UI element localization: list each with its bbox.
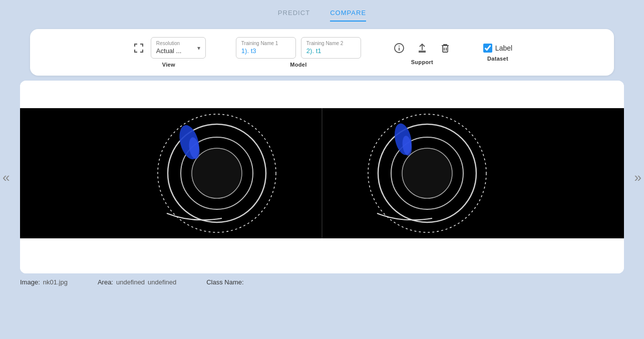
svg-rect-4 xyxy=(443,46,448,52)
chevron-down-icon: ▾ xyxy=(197,45,200,52)
image-container xyxy=(20,81,624,273)
training-name-1-field[interactable]: Training Name 1 1). t3 xyxy=(236,37,296,59)
status-bar: Image: nk01.jpg Area: undefined undefine… xyxy=(0,273,644,291)
comparison-image xyxy=(20,108,624,238)
info-button[interactable] xyxy=(391,40,407,56)
image-status: Image: nk01.jpg xyxy=(20,278,68,286)
delete-button[interactable] xyxy=(437,40,453,56)
view-section: Resolution Actual ... ▾ View xyxy=(132,37,206,68)
class-name-status: Class Name: xyxy=(206,278,243,286)
area-label: Area: xyxy=(98,278,113,286)
area-value-2: undefined xyxy=(148,278,176,286)
support-label: Support xyxy=(411,59,433,65)
upload-button[interactable] xyxy=(414,40,430,56)
training-name-2-field[interactable]: Training Name 2 2). t1 xyxy=(301,37,361,59)
training-name-1-label: Training Name 1 xyxy=(241,41,290,46)
tab-predict[interactable]: PREDICT xyxy=(278,9,310,22)
area-value-1: undefined xyxy=(116,278,145,286)
training-name-2-label: Training Name 2 xyxy=(306,41,356,46)
expand-icon[interactable] xyxy=(132,41,146,55)
image-display xyxy=(20,108,624,238)
view-controls: Resolution Actual ... ▾ xyxy=(132,37,206,59)
support-section: Support xyxy=(391,40,453,65)
label-control[interactable]: Label xyxy=(483,44,512,53)
image-bottom-padding xyxy=(20,238,624,273)
model-section: Training Name 1 1). t3 Training Name 2 2… xyxy=(236,37,361,68)
training-name-1-value: 1). t3 xyxy=(241,47,256,55)
view-label: View xyxy=(162,62,175,68)
image-outer-wrapper: « xyxy=(20,81,624,273)
prev-button[interactable]: « xyxy=(3,171,10,184)
toolbar-card: Resolution Actual ... ▾ View Training Na… xyxy=(30,29,614,76)
class-name-label: Class Name: xyxy=(206,278,243,286)
resolution-small-label: Resolution xyxy=(156,41,182,46)
tab-compare[interactable]: COMPARE xyxy=(330,9,366,22)
top-navigation: PREDICT COMPARE xyxy=(0,0,644,24)
image-top-padding xyxy=(20,81,624,108)
model-controls: Training Name 1 1). t3 Training Name 2 2… xyxy=(236,37,361,59)
resolution-value: Actual ... xyxy=(156,47,182,55)
label-checkbox[interactable] xyxy=(483,44,492,53)
label-text[interactable]: Label xyxy=(495,44,512,52)
dataset-section: Label Dataset xyxy=(483,44,512,62)
dataset-label: Dataset xyxy=(487,56,508,62)
svg-point-11 xyxy=(192,148,242,198)
resolution-dropdown[interactable]: Resolution Actual ... ▾ xyxy=(151,37,206,59)
training-name-2-value: 2). t1 xyxy=(306,47,321,55)
next-button[interactable]: » xyxy=(634,171,641,184)
model-label: Model xyxy=(290,62,306,68)
resolution-content: Resolution Actual ... xyxy=(156,41,182,55)
image-value: nk01.jpg xyxy=(43,278,68,286)
svg-point-18 xyxy=(402,148,452,198)
svg-point-2 xyxy=(399,46,400,47)
support-controls xyxy=(391,40,453,56)
image-label: Image: xyxy=(20,278,40,286)
area-status: Area: undefined undefined xyxy=(98,278,176,286)
